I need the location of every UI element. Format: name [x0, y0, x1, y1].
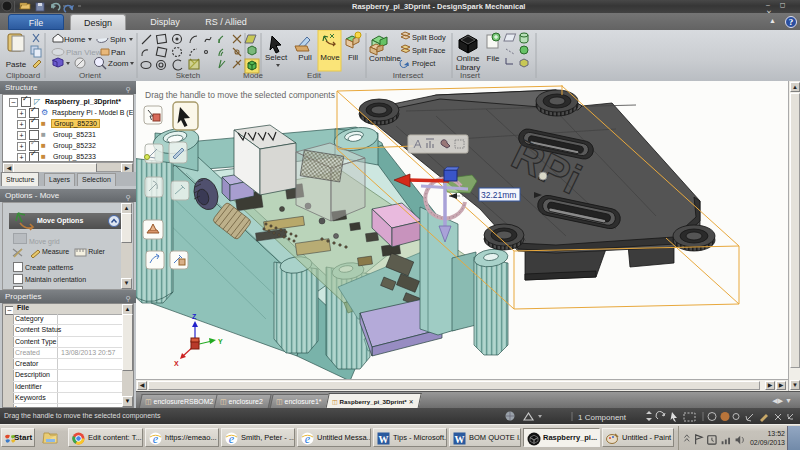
svg-text:Drag the handle to move the se: Drag the handle to move the selected com… — [145, 90, 335, 100]
svg-text:Paste: Paste — [6, 60, 27, 69]
svg-text:Intersect: Intersect — [393, 71, 424, 80]
svg-text:Select: Select — [265, 53, 288, 62]
svg-text:Project: Project — [412, 59, 436, 68]
svg-text:File: File — [487, 54, 500, 63]
svg-text:Spin: Spin — [110, 35, 126, 44]
svg-text:e: e — [229, 432, 235, 445]
svg-text:Orient: Orient — [79, 71, 102, 80]
svg-text:Move: Move — [320, 53, 340, 62]
svg-text:Pull: Pull — [298, 53, 312, 62]
svg-text:e: e — [153, 432, 159, 445]
svg-text:Plan View: Plan View — [66, 48, 102, 57]
svg-text:Online: Online — [456, 54, 480, 63]
svg-text:Pan: Pan — [111, 48, 125, 57]
svg-text:32.21mm: 32.21mm — [481, 190, 516, 200]
svg-text:Z: Z — [192, 313, 197, 320]
svg-text:W: W — [379, 433, 389, 444]
svg-text:Sketch: Sketch — [176, 71, 200, 80]
svg-text:Y: Y — [218, 338, 223, 345]
svg-text:Combine: Combine — [369, 54, 402, 63]
svg-text:e: e — [305, 432, 311, 445]
svg-text:Library: Library — [456, 63, 480, 72]
svg-text:X: X — [174, 360, 179, 367]
svg-text:Home: Home — [64, 35, 86, 44]
svg-text:W: W — [455, 433, 465, 444]
svg-text:?: ? — [789, 17, 794, 27]
svg-text:Fill: Fill — [348, 53, 358, 62]
svg-text:Clipboard: Clipboard — [6, 71, 40, 80]
svg-text:Edit: Edit — [307, 71, 322, 80]
svg-text:1 Component: 1 Component — [578, 413, 627, 422]
svg-text:Insert: Insert — [460, 71, 481, 80]
svg-text:Split Face: Split Face — [412, 46, 445, 55]
svg-text:Split Body: Split Body — [412, 33, 446, 42]
svg-text:Zoom: Zoom — [108, 59, 129, 68]
